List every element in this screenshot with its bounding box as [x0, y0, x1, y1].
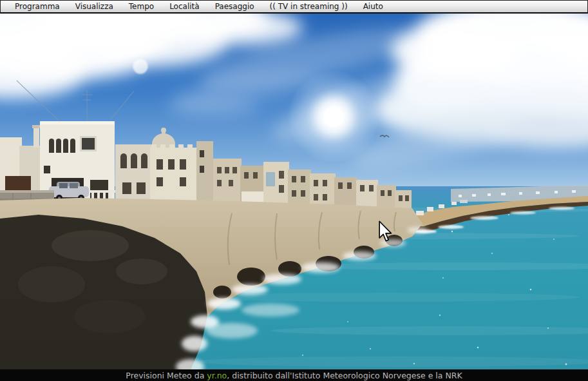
status-text-prefix: Previsioni Meteo da — [126, 371, 207, 380]
menu-item-localita[interactable]: Località — [163, 1, 206, 12]
menu-item-visualizza[interactable]: Visualizza — [69, 1, 120, 12]
application-window: Programma Visualizza Tempo Località Paes… — [0, 0, 588, 381]
coastal-town-photo — [0, 14, 588, 381]
status-bar: Previsioni Meteo da yr.no, distribuito d… — [0, 369, 588, 381]
menu-item-tv-streaming[interactable]: (( TV in streaming )) — [263, 1, 354, 12]
menu-item-aiuto[interactable]: Aiuto — [357, 1, 390, 12]
yrno-link[interactable]: yr.no — [207, 371, 227, 380]
status-text-suffix: , distribuito dall'Istituto Meteorologic… — [227, 371, 462, 380]
menu-item-programma[interactable]: Programma — [8, 1, 66, 12]
sun — [287, 70, 380, 163]
menu-item-paesaggio[interactable]: Paesaggio — [209, 1, 261, 12]
menu-bar: Programma Visualizza Tempo Località Paes… — [0, 0, 588, 14]
menu-item-tempo[interactable]: Tempo — [122, 1, 160, 12]
arrow-pointer-icon — [378, 220, 392, 242]
